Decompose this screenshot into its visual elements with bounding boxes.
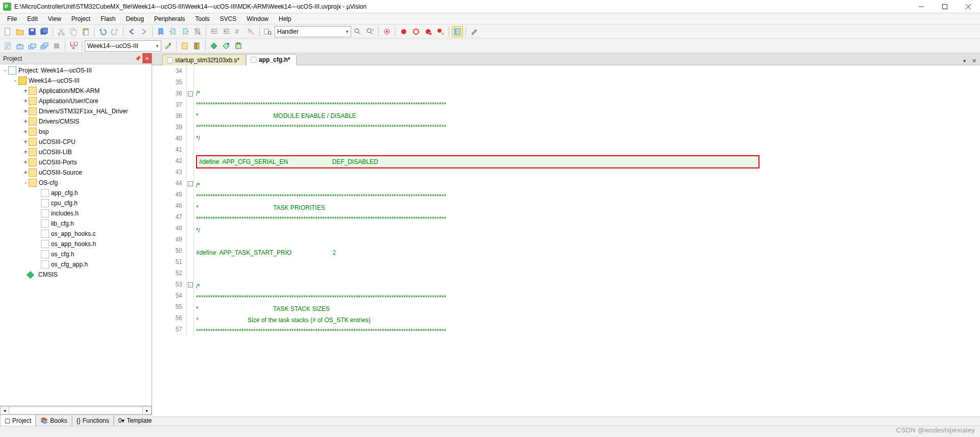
panel-tab-functions[interactable]: {}Functions	[72, 415, 114, 426]
rebuild-button[interactable]	[27, 40, 38, 52]
menu-svcs[interactable]: SVCS	[215, 14, 242, 23]
scroll-track[interactable]	[9, 406, 142, 415]
target-options-button[interactable]	[162, 40, 174, 52]
menu-view[interactable]: View	[43, 14, 66, 23]
tree-twist[interactable]: +	[22, 149, 29, 156]
tree-group[interactable]: CMSIS	[0, 270, 152, 280]
tree-group[interactable]: +uCOSIII-Source	[0, 167, 152, 178]
menu-flash[interactable]: Flash	[95, 14, 120, 23]
unindent-button[interactable]	[221, 26, 232, 37]
comment-button[interactable]: //	[233, 26, 244, 37]
nav-forward-button[interactable]	[138, 26, 150, 37]
tree-file[interactable]: os_app_hooks.h	[0, 239, 152, 249]
panel-pin-button[interactable]: 📌	[133, 53, 142, 63]
tab-dropdown-button[interactable]: ▾	[961, 57, 969, 65]
tree-twist[interactable]: +	[22, 108, 29, 115]
file-tab-startup[interactable]: startup_stm32f103xb.s*	[162, 54, 246, 65]
editor-hscroll[interactable]	[152, 417, 980, 426]
tree-file[interactable]: os_app_hooks.c	[0, 229, 152, 239]
incremental-find-button[interactable]	[364, 26, 376, 37]
redo-button[interactable]	[109, 26, 120, 37]
copy-button[interactable]	[68, 26, 79, 37]
close-button[interactable]	[957, 0, 980, 13]
tree-twist[interactable]: -	[2, 67, 8, 74]
save-button[interactable]	[27, 26, 38, 37]
debug-start-button[interactable]	[381, 26, 393, 37]
tree-file[interactable]: app_cfg.h	[0, 188, 152, 198]
tree-group[interactable]: +bsp	[0, 127, 152, 137]
menu-edit[interactable]: Edit	[22, 14, 43, 23]
manage-rtos-button[interactable]	[208, 40, 219, 52]
indent-button[interactable]	[209, 26, 220, 37]
build-button[interactable]	[14, 40, 26, 52]
target-select-combo[interactable]: Week14---ucOS-III ▾	[85, 40, 161, 52]
file-ext-button[interactable]	[179, 40, 190, 52]
menu-help[interactable]: Help	[274, 14, 297, 23]
tree-group[interactable]: +Drivers/STM32F1xx_HAL_Driver	[0, 106, 152, 116]
tree-group[interactable]: +Drivers/CMSIS	[0, 116, 152, 127]
tree-group[interactable]: +Application/MDK-ARM	[0, 86, 152, 96]
tree-twist[interactable]: +	[22, 138, 29, 145]
code-scroll[interactable]: 3435363738394041424344454647484950515253…	[152, 65, 980, 417]
breakpoint-disable-button[interactable]	[423, 26, 434, 37]
scroll-right-button[interactable]: ▸	[142, 406, 152, 415]
cut-button[interactable]	[56, 26, 67, 37]
maximize-button[interactable]	[933, 0, 957, 13]
find-in-files-button[interactable]	[262, 26, 274, 37]
panel-hscroll[interactable]: ◂ ▸	[0, 405, 152, 415]
pack-installer-button[interactable]	[233, 40, 244, 52]
open-file-button[interactable]	[14, 26, 26, 37]
menu-window[interactable]: Window	[241, 14, 274, 23]
panel-tab-project[interactable]: ▢Project	[0, 415, 36, 426]
tree-group[interactable]: +uCOSIII-CPU	[0, 137, 152, 147]
tab-close-button[interactable]: ✕	[970, 57, 978, 65]
tree-twist[interactable]: +	[22, 159, 29, 166]
fold-column[interactable]: - - -	[187, 65, 194, 337]
breakpoint-insert-button[interactable]	[398, 26, 409, 37]
tree-twist[interactable]: +	[22, 169, 29, 176]
tree-file[interactable]: lib_cfg.h	[0, 218, 152, 229]
tree-group[interactable]: +Application/User/Core	[0, 96, 152, 106]
translate-file-button[interactable]	[2, 40, 13, 52]
tree-group-open[interactable]: -OS-cfg	[0, 178, 152, 188]
menu-peripherals[interactable]: Peripherals	[149, 14, 190, 23]
tree-project-root[interactable]: - Project: Week14---ucOS-III	[0, 65, 152, 76]
breakpoint-kill-all-button[interactable]	[435, 26, 446, 37]
tree-target[interactable]: - Week14---ucOS-III	[0, 76, 152, 86]
tree-twist[interactable]: +	[22, 128, 29, 135]
bookmark-clear-button[interactable]	[192, 26, 203, 37]
find-next-button[interactable]	[352, 26, 363, 37]
tree-twist[interactable]: +	[22, 87, 29, 94]
tree-file[interactable]: os_cfg.h	[0, 249, 152, 259]
save-all-button[interactable]	[39, 26, 50, 37]
bookmark-toggle-button[interactable]	[155, 26, 166, 37]
tree-twist[interactable]: +	[22, 118, 29, 125]
code-editor[interactable]: 3435363738394041424344454647484950515253…	[152, 65, 980, 337]
breakpoint-enable-button[interactable]	[410, 26, 422, 37]
menu-tools[interactable]: Tools	[190, 14, 215, 23]
file-tab-app-cfg[interactable]: app_cfg.h*	[246, 54, 297, 65]
tree-twist[interactable]: -	[12, 77, 18, 84]
tree-twist[interactable]: -	[22, 179, 29, 186]
panel-close-button[interactable]: ✕	[142, 53, 152, 63]
new-file-button[interactable]	[2, 26, 13, 37]
tree-file[interactable]: includes.h	[0, 208, 152, 218]
tree-twist[interactable]: +	[22, 98, 29, 105]
window-layout-button[interactable]	[452, 26, 463, 37]
menu-file[interactable]: File	[2, 14, 22, 23]
tree-file[interactable]: os_cfg_app.h	[0, 259, 152, 270]
download-button[interactable]: LOAD	[68, 40, 79, 52]
paste-button[interactable]	[80, 26, 91, 37]
select-pack-button[interactable]	[220, 40, 232, 52]
minimize-button[interactable]	[910, 0, 933, 13]
tree-file[interactable]: cpu_cfg.h	[0, 198, 152, 208]
undo-button[interactable]	[97, 26, 108, 37]
project-tree[interactable]: - Project: Week14---ucOS-III - Week14---…	[0, 64, 152, 405]
batch-build-button[interactable]	[39, 40, 50, 52]
tree-group[interactable]: +uCOSIII-Ports	[0, 157, 152, 167]
menu-project[interactable]: Project	[66, 14, 95, 23]
code-lines[interactable]: /***************************************…	[194, 65, 980, 337]
bookmark-prev-button[interactable]	[167, 26, 179, 37]
tree-group[interactable]: +uCOSIII-LIB	[0, 147, 152, 157]
panel-tab-books[interactable]: 📚Books	[36, 415, 71, 426]
